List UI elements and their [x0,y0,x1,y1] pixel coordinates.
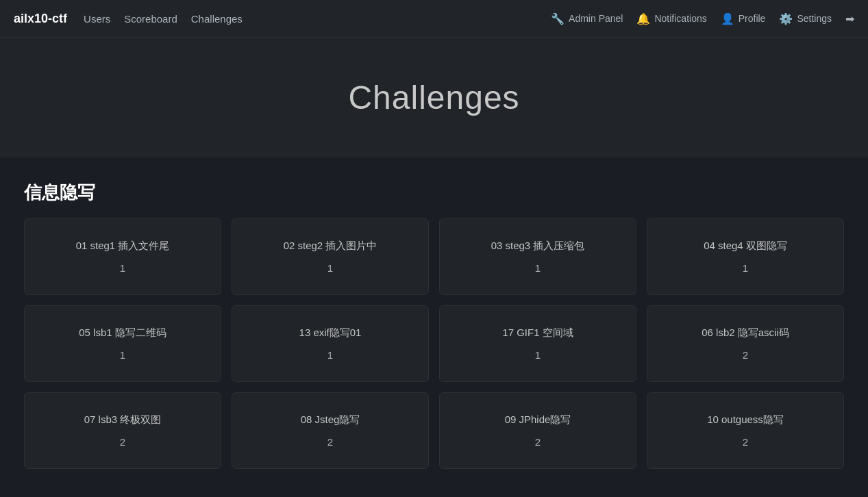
category-title: 信息隐写 [24,181,844,205]
challenge-title-7: 06 lsb2 隐写ascii码 [702,327,789,340]
challenge-title-11: 10 outguess隐写 [707,413,784,426]
notifications-label: Notifications [654,13,706,24]
nav-scoreboard[interactable]: Scoreboard [124,13,177,25]
main-content: 信息隐写 01 steg1 插入文件尾102 steg2 插入图片中103 st… [0,160,868,496]
challenge-card-2[interactable]: 03 steg3 插入压缩包1 [439,218,636,295]
nav-challenges[interactable]: Challenges [191,13,243,25]
gear-icon: ⚙️ [779,12,793,25]
profile-label: Profile [739,13,766,24]
challenge-title-1: 02 steg2 插入图片中 [284,240,377,253]
challenge-points-6: 1 [535,349,541,361]
admin-panel-link[interactable]: 🔧 Admin Panel [551,12,623,25]
settings-link[interactable]: ⚙️ Settings [779,12,832,25]
challenge-points-2: 1 [535,262,541,274]
challenge-points-10: 2 [535,436,541,448]
challenge-title-5: 13 exif隐写01 [299,327,362,340]
settings-label: Settings [797,13,832,24]
challenge-title-6: 17 GIF1 空间域 [502,327,573,340]
admin-panel-label: Admin Panel [569,13,623,24]
navbar-nav: Users Scoreboard Challenges [84,13,243,25]
challenge-card-11[interactable]: 10 outguess隐写2 [647,392,844,469]
challenge-title-4: 05 lsb1 隐写二维码 [79,327,166,340]
navbar-left: ailx10-ctf Users Scoreboard Challenges [14,12,243,26]
challenge-card-10[interactable]: 09 JPhide隐写2 [439,392,636,469]
challenge-title-2: 03 steg3 插入压缩包 [491,240,585,253]
user-icon: 👤 [721,12,734,25]
challenge-title-8: 07 lsb3 终极双图 [84,413,162,426]
challenge-points-7: 2 [743,349,748,361]
challenge-points-8: 2 [120,436,125,448]
challenge-card-7[interactable]: 06 lsb2 隐写ascii码2 [647,305,844,382]
logout-link[interactable]: ➡ [845,12,854,25]
challenge-points-4: 1 [120,349,125,361]
brand-link[interactable]: ailx10-ctf [14,12,67,26]
challenge-card-3[interactable]: 04 steg4 双图隐写1 [647,218,844,295]
wrench-icon: 🔧 [551,12,565,25]
navbar: ailx10-ctf Users Scoreboard Challenges 🔧… [0,0,868,38]
challenge-points-0: 1 [120,262,125,274]
nav-users[interactable]: Users [84,13,110,25]
challenge-card-1[interactable]: 02 steg2 插入图片中1 [232,218,429,295]
challenge-title-10: 09 JPhide隐写 [505,413,571,426]
challenge-points-3: 1 [743,262,748,274]
notifications-link[interactable]: 🔔 Notifications [636,12,706,25]
challenge-card-9[interactable]: 08 Jsteg隐写2 [232,392,429,469]
challenge-points-9: 2 [327,436,333,448]
logout-icon: ➡ [845,12,854,25]
challenge-card-6[interactable]: 17 GIF1 空间域1 [439,305,636,382]
challenge-points-11: 2 [743,436,748,448]
bell-icon: 🔔 [636,12,650,25]
challenge-points-5: 1 [327,349,333,361]
challenge-title-9: 08 Jsteg隐写 [301,413,360,426]
challenges-grid: 01 steg1 插入文件尾102 steg2 插入图片中103 steg3 插… [24,218,844,469]
challenge-points-1: 1 [327,262,333,274]
challenge-card-8[interactable]: 07 lsb3 终极双图2 [24,392,221,469]
hero-section: Challenges [0,38,868,157]
profile-link[interactable]: 👤 Profile [721,12,766,25]
page-title: Challenges [14,79,854,116]
challenge-title-0: 01 steg1 插入文件尾 [76,240,170,253]
challenge-card-5[interactable]: 13 exif隐写011 [232,305,429,382]
challenge-card-0[interactable]: 01 steg1 插入文件尾1 [24,218,221,295]
navbar-right: 🔧 Admin Panel 🔔 Notifications 👤 Profile … [551,12,854,25]
challenge-card-4[interactable]: 05 lsb1 隐写二维码1 [24,305,221,382]
challenge-title-3: 04 steg4 双图隐写 [704,240,787,253]
